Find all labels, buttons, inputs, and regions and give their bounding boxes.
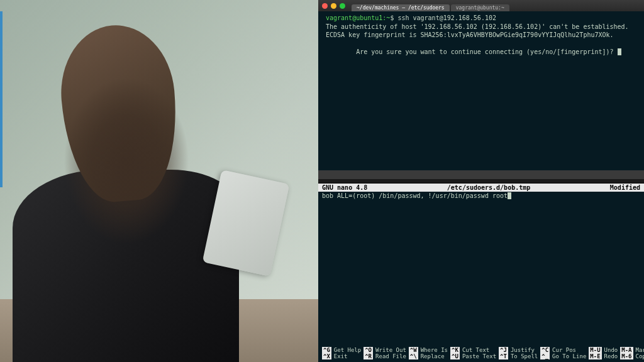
tab-2[interactable]: vagrant@ubuntu:~	[451, 4, 509, 11]
terminal-top-window: ~/dev/machines — /etc/sudoers vagrant@ub…	[318, 0, 644, 179]
key-label: ^O	[364, 347, 373, 353]
key-label: ^R	[364, 353, 373, 359]
terminal-stack: ~/dev/machines — /etc/sudoers vagrant@ub…	[318, 0, 644, 362]
key-label: ^G	[322, 347, 331, 353]
key-label: ^J	[499, 347, 508, 353]
background-photo	[0, 0, 318, 362]
shortcut-get-help[interactable]: ^GGet Help	[322, 347, 361, 353]
prompt-symbol: $	[390, 14, 394, 21]
shortcut-justify[interactable]: ^JJustify	[499, 347, 538, 353]
command-text: ssh vagrant@192.168.56.102	[397, 14, 496, 21]
prompt-line: vagrant@ubuntu1:~$ ssh vagrant@192.168.5…	[326, 14, 639, 23]
shortcut-label: Paste Text	[462, 353, 496, 359]
shortcut-replace[interactable]: ^\Replace	[409, 353, 448, 359]
shortcut-label: Get Help	[334, 347, 361, 353]
nano-window: GNU nano 4.8 /etc/sudoers.d/bob.tmp Modi…	[318, 183, 644, 363]
window-controls	[322, 3, 345, 9]
titlebar: ~/dev/machines — /etc/sudoers vagrant@ub…	[318, 0, 644, 11]
key-label: ^T	[499, 353, 508, 359]
shortcut-label: To Spell	[511, 353, 538, 359]
terminal-empty-area[interactable]	[318, 67, 644, 170]
maximize-icon[interactable]	[340, 3, 345, 9]
shortcut-label: Undo	[604, 347, 618, 353]
nano-content-line: bob ALL=(root) /bin/passwd, !/usr/bin/pa…	[322, 192, 508, 199]
output-line-1: The authenticity of host '192.168.56.102…	[326, 23, 639, 31]
close-icon[interactable]	[322, 3, 328, 9]
shortcut-label: Cut Text	[462, 347, 489, 353]
shortcut-mark-text[interactable]: M-AMark Text	[620, 347, 644, 353]
key-label: M-U	[589, 347, 601, 353]
status-bar	[318, 170, 644, 179]
shortcut-cut-text[interactable]: ^KCut Text	[450, 347, 496, 353]
shortcut-label: Justify	[511, 347, 535, 353]
output-line-2: ECDSA key fingerprint is SHA256:lvxTyA6V…	[326, 31, 639, 40]
shortcut-exit[interactable]: ^XExit	[322, 353, 361, 359]
nano-state-label: Modified	[610, 184, 640, 191]
side-ribbon	[0, 11, 3, 187]
output-prompt-text: Are you sure you want to continue connec…	[356, 48, 617, 55]
minimize-icon[interactable]	[331, 3, 336, 9]
shortcut-write-out[interactable]: ^OWrite Out	[364, 347, 406, 353]
prompt-user-host: vagrant@ubuntu1	[326, 14, 382, 21]
shortcut-label: Copy Text	[636, 353, 644, 359]
key-label: ^K	[450, 347, 460, 353]
shortcut-redo[interactable]: M-ERedo	[589, 353, 618, 359]
shortcut-where-is[interactable]: ^WWhere Is	[409, 347, 448, 353]
shortcut-copy-text[interactable]: M-6Copy Text	[620, 353, 644, 359]
shortcut-label: Redo	[604, 353, 618, 359]
nano-editor-area[interactable]: bob ALL=(root) /bin/passwd, !/usr/bin/pa…	[318, 192, 644, 346]
shortcut-label: Cur Pos	[552, 347, 576, 353]
shortcut-paste-text[interactable]: ^UPaste Text	[450, 353, 496, 359]
shortcut-read-file[interactable]: ^RRead File	[364, 353, 406, 359]
tab-1[interactable]: ~/dev/machines — /etc/sudoers	[352, 4, 450, 11]
shortcut-cur-pos[interactable]: ^CCur Pos	[540, 347, 586, 353]
nano-app-label: GNU nano 4.8	[322, 184, 367, 191]
shortcut-label: Go To Line	[552, 353, 586, 359]
tab-bar: ~/dev/machines — /etc/sudoers vagrant@ub…	[352, 0, 511, 11]
cursor-icon	[618, 48, 621, 55]
nano-file-path: /etc/sudoers.d/bob.tmp	[447, 184, 530, 191]
shortcut-undo[interactable]: M-UUndo	[589, 347, 618, 353]
key-label: M-A	[620, 347, 633, 353]
key-label: ^C	[540, 347, 550, 353]
key-label: M-E	[589, 353, 601, 359]
key-label: ^U	[450, 353, 460, 359]
output-line-3: Are you sure you want to continue connec…	[326, 40, 639, 65]
nano-cursor-icon	[508, 192, 511, 199]
key-label: ^X	[322, 353, 331, 359]
shortcut-go-to-line[interactable]: ^_Go To Line	[540, 353, 586, 359]
key-label: ^_	[540, 353, 550, 359]
key-label: ^W	[409, 347, 418, 353]
terminal-output-area[interactable]: vagrant@ubuntu1:~$ ssh vagrant@192.168.5…	[318, 11, 644, 67]
shortcut-label: Where Is	[421, 347, 448, 353]
shortcut-to-spell[interactable]: ^TTo Spell	[499, 353, 538, 359]
key-label: M-6	[620, 353, 633, 359]
shortcut-label: Read File	[375, 353, 406, 359]
shortcut-label: Exit	[334, 353, 348, 359]
key-label: ^\	[409, 353, 418, 359]
shortcut-label: Mark Text	[636, 347, 644, 353]
shortcut-label: Replace	[421, 353, 445, 359]
nano-header: GNU nano 4.8 /etc/sudoers.d/bob.tmp Modi…	[318, 184, 644, 192]
shortcut-label: Write Out	[375, 347, 406, 353]
nano-shortcut-bar: ^GGet Help ^OWrite Out ^WWhere Is ^KCut …	[318, 346, 644, 362]
